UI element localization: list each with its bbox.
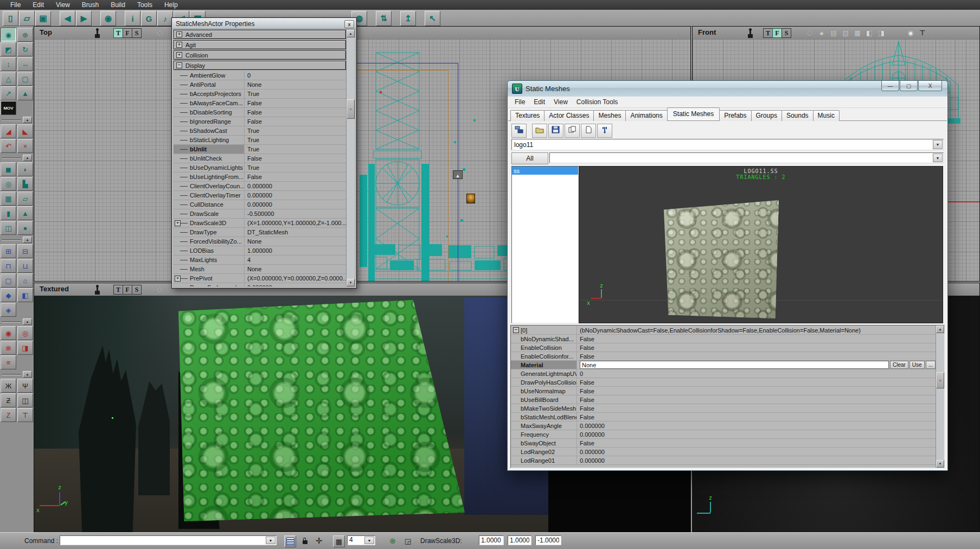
property-value[interactable]: 0.000000 [245, 201, 346, 208]
grid-row-lodrange02[interactable]: LodRange020.000000 [511, 448, 936, 456]
property-row-forcedvisibilityzo[interactable]: ForcedVisibilityZo...None [174, 237, 346, 246]
command-input[interactable] [62, 536, 259, 545]
wireframe-cube-icon[interactable]: ◇ [157, 28, 163, 37]
open-map-button[interactable]: ▱ [19, 11, 35, 26]
tool-actor-scale-button[interactable]: ↕ [1, 57, 16, 71]
viewport-mode-f-button[interactable]: F [123, 285, 132, 295]
group-combo-arrow[interactable]: ▼ [933, 154, 943, 162]
scrollbar-thumb[interactable]: ≡ [347, 99, 355, 119]
property-row-drawscale3d[interactable]: +DrawScale3D(X=1.000000,Y=1.000000,Z=-1.… [174, 219, 346, 228]
property-value[interactable]: False [577, 378, 936, 386]
section-display[interactable]: −Display [174, 61, 346, 70]
insert-joint-button[interactable] [597, 124, 612, 138]
scroll-down-button[interactable]: ▼ [347, 279, 355, 286]
search-actors-button[interactable]: ◉ [100, 11, 116, 26]
grid-row-busenormalmap[interactable]: bUseNormalmapFalse [511, 387, 936, 395]
command-input-combo[interactable]: ▼ [60, 535, 277, 545]
menu-tools[interactable]: Tools [131, 1, 158, 9]
dialog-title-bar[interactable]: StaticMeshActor Properties x [172, 18, 356, 29]
terrain-actor-sprite[interactable]: ▲ [453, 170, 463, 179]
lock-button[interactable] [299, 535, 310, 546]
dialog-scrollbar[interactable]: ▲ ≡ ▼ [346, 30, 355, 286]
section-agit[interactable]: +Agit [174, 40, 346, 49]
property-value[interactable]: False [577, 335, 936, 343]
viewport-mode-t-button[interactable]: T [113, 28, 123, 38]
property-row-drawtype[interactable]: DrawTypeDT_StaticMesh [174, 228, 346, 237]
property-value[interactable]: False [245, 174, 346, 180]
property-row-bignoredrange[interactable]: bIgnoredRangeFalse [174, 117, 346, 126]
mesh-properties-grid[interactable]: −[0](bNoDynamicShadowCast=False,EnableCo… [510, 325, 945, 468]
property-value[interactable]: None [245, 81, 346, 88]
joystick-icon[interactable] [747, 28, 753, 36]
collapse-icon[interactable]: − [176, 62, 182, 68]
tool-curved-staircase-brush-button[interactable]: ◗ [17, 162, 33, 176]
tool-camera-move-button[interactable]: ◉ [1, 28, 16, 42]
property-value[interactable]: False [245, 155, 346, 162]
viewport-mode-t-button[interactable]: T [113, 285, 123, 295]
group-browser-button[interactable]: G [141, 11, 157, 26]
rendermode-unlit-icon[interactable]: ◨ [876, 28, 887, 37]
property-value[interactable]: (X=1.000000,Y=1.000000,Z=-1.000... [245, 220, 346, 226]
joystick-icon[interactable] [94, 28, 100, 36]
rendermode-zone-portals-icon[interactable]: ◈ [816, 28, 827, 37]
staticmeshactor-properties-dialog[interactable]: StaticMeshActor Properties x +Advanced+A… [171, 17, 357, 289]
material-clear-button[interactable]: Clear [890, 361, 908, 369]
selected-staticmesh-green-quad[interactable] [178, 300, 465, 521]
actor-properties-button[interactable]: i [125, 11, 140, 26]
property-value[interactable]: False [577, 387, 936, 395]
viewport-mode-s-button[interactable]: S [782, 28, 791, 38]
property-row-lodbias[interactable]: LODBias1.000000 [174, 246, 346, 256]
tool-mirror-z-button[interactable]: Ƶ [1, 393, 16, 407]
grid-row-0[interactable]: −[0](bNoDynamicShadowCast=False,EnableCo… [511, 326, 936, 335]
tool-viewport-zoom-button[interactable]: ↔ [17, 57, 33, 71]
drag-grid-toggle[interactable]: ✛ [313, 535, 324, 546]
play-level-joystick-button[interactable]: ↥ [400, 11, 416, 26]
grid-scrollbar[interactable]: ▲ ≡ ▼ [936, 325, 944, 468]
property-row-clientoverlaytimer[interactable]: ClientOverlayTimer0.000000 [174, 191, 346, 200]
grid-row-busebillboard[interactable]: bUseBillBoardFalse [511, 395, 936, 404]
rendermode-wireframe-icon[interactable]: ◇ [804, 28, 815, 37]
tool-masked-csg-button[interactable]: ◧ [17, 288, 33, 302]
tool-align-bottom-button[interactable]: ≡ [1, 355, 16, 369]
tab-meshes[interactable]: Meshes [593, 110, 626, 121]
viewport-mode-s-button[interactable]: S [132, 28, 142, 38]
palette-scroll-up-button[interactable]: ▲ [23, 237, 32, 243]
duplicate-button[interactable] [565, 124, 580, 138]
tool-polygon-select-button[interactable]: ▢ [17, 72, 33, 86]
list-item-ss[interactable]: ss [512, 167, 578, 175]
tool-actor-translate-button[interactable]: ⊕ [17, 28, 33, 42]
tool-mirror-x-button[interactable]: Ж [1, 379, 16, 393]
tool-vertex-edit-button[interactable]: △ [1, 72, 16, 86]
grid-row-lodrange01[interactable]: LodRange010.000000 [511, 456, 936, 465]
menu-brush[interactable]: Brush [76, 1, 105, 9]
property-row-bacceptsprojectors[interactable]: bAcceptsProjectorsTrue [174, 90, 346, 99]
tool-clip-marker-b-button[interactable]: ◣ [17, 124, 33, 138]
tool-sheet-brush-button[interactable]: ▱ [17, 191, 33, 206]
expand-icon[interactable]: + [176, 52, 182, 58]
tool-clip-delete-button[interactable]: × [17, 139, 33, 153]
property-value[interactable]: 0 [577, 369, 936, 378]
browser-menu-view[interactable]: View [549, 98, 572, 106]
property-row-antiportal[interactable]: AntiPortalNone [174, 80, 346, 90]
property-value[interactable]: False [577, 395, 936, 404]
tool-tessellated-brush-button[interactable]: ▦ [1, 191, 16, 206]
menu-view[interactable]: View [50, 1, 76, 9]
section-advanced[interactable]: +Advanced [174, 30, 346, 39]
property-value[interactable]: 0.000000 [245, 192, 346, 199]
tool-show-selected-only-button[interactable]: ◉ [1, 326, 16, 340]
property-value[interactable]: None [245, 266, 346, 272]
tab-music[interactable]: Music [813, 110, 840, 121]
palette-scroll-up-button[interactable]: ▲ [23, 371, 32, 378]
dock-browser-button[interactable] [511, 124, 527, 138]
tool-align-viewports-button[interactable]: ◫ [17, 393, 33, 407]
rendermode-texture-usage-icon[interactable]: ▤ [828, 28, 839, 37]
package-combo[interactable]: logo11 ▼ [511, 139, 944, 150]
browser-menu-edit[interactable]: Edit [529, 98, 549, 106]
palette-scroll-up-button[interactable]: ▲ [23, 155, 32, 161]
history-back-button[interactable]: ◀ [60, 11, 75, 26]
property-value[interactable]: 0.000000 [577, 448, 936, 456]
tool-terrain-edit-button[interactable]: ▲ [17, 86, 33, 100]
music-browser-button[interactable]: ♪ [157, 11, 173, 26]
tool-clip-marker-a-button[interactable]: ◢ [1, 124, 16, 138]
tool-z-axis-align-button[interactable]: Z [1, 408, 16, 422]
